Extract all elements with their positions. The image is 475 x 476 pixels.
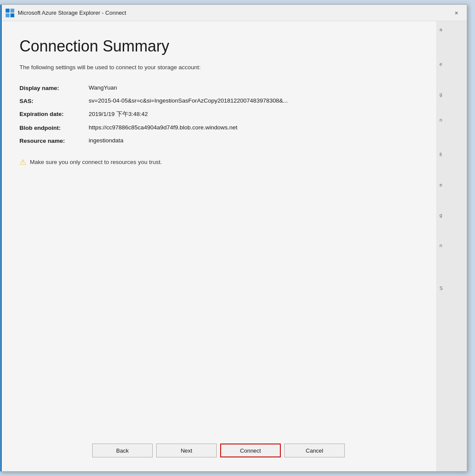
- side-panel-item: g: [440, 90, 464, 99]
- cancel-button[interactable]: Cancel: [284, 444, 345, 457]
- side-panel-item: a: [440, 26, 464, 34]
- next-button[interactable]: Next: [156, 444, 217, 457]
- field-value-sas: sv=2015-04-05&sr=c&si=IngestionSasForAzC…: [89, 97, 417, 104]
- side-panel-item: e: [440, 181, 464, 190]
- field-value-expiration: 2019/1/19 下午3:48:42: [89, 110, 417, 118]
- field-label-resource-name: Resource name:: [19, 137, 89, 144]
- warning-icon: ⚠: [19, 158, 26, 167]
- warning-box: ⚠ Make sure you only connect to resource…: [19, 158, 417, 167]
- dialog-area: Connection Summary The following setting…: [0, 21, 467, 471]
- side-panel-content: a e g n fi e g n S: [437, 21, 467, 297]
- app-icon: [6, 9, 14, 17]
- side-panel-item: n: [440, 241, 464, 250]
- svg-rect-0: [6, 9, 10, 13]
- spacer: [19, 178, 417, 437]
- warning-text: Make sure you only connect to resources …: [30, 158, 162, 167]
- field-value-display-name: WangYuan: [89, 84, 417, 91]
- svg-rect-3: [10, 13, 14, 17]
- svg-rect-2: [6, 13, 10, 17]
- left-accent-bar: [0, 5, 2, 471]
- side-panel-item: e: [440, 60, 464, 69]
- subtitle-text: The following settings will be used to c…: [19, 64, 417, 71]
- side-panel-item: g: [440, 211, 464, 220]
- title-bar-left: Microsoft Azure Storage Explorer - Conne…: [6, 9, 126, 17]
- side-panel-item: n: [440, 116, 464, 125]
- back-button[interactable]: Back: [92, 444, 153, 457]
- window-title: Microsoft Azure Storage Explorer - Conne…: [18, 10, 126, 16]
- field-value-resource-name: ingestiondata: [89, 137, 417, 144]
- connect-button[interactable]: Connect: [220, 444, 281, 457]
- side-panel-item: fi: [440, 151, 464, 159]
- field-label-display-name: Display name:: [19, 84, 89, 91]
- close-button[interactable]: ×: [449, 7, 463, 19]
- button-bar: Back Next Connect Cancel: [19, 437, 417, 463]
- page-title: Connection Summary: [19, 37, 417, 55]
- summary-grid: Display name: WangYuan SAS: sv=2015-04-0…: [19, 84, 417, 144]
- svg-rect-1: [10, 9, 14, 13]
- field-value-blob-endpoint: https://cc97886c85ca4904a9d74f9.blob.cor…: [89, 124, 417, 131]
- field-label-expiration: Expiration date:: [19, 110, 89, 117]
- window-controls: ×: [449, 7, 463, 19]
- dialog-main: Connection Summary The following setting…: [0, 21, 436, 471]
- field-label-blob-endpoint: Blob endpoint:: [19, 124, 89, 131]
- field-label-sas: SAS:: [19, 97, 89, 104]
- side-panel-item: S: [440, 284, 464, 293]
- side-panel: a e g n fi e g n S: [436, 21, 467, 471]
- main-window: Microsoft Azure Storage Explorer - Conne…: [0, 4, 467, 472]
- title-bar: Microsoft Azure Storage Explorer - Conne…: [0, 5, 467, 21]
